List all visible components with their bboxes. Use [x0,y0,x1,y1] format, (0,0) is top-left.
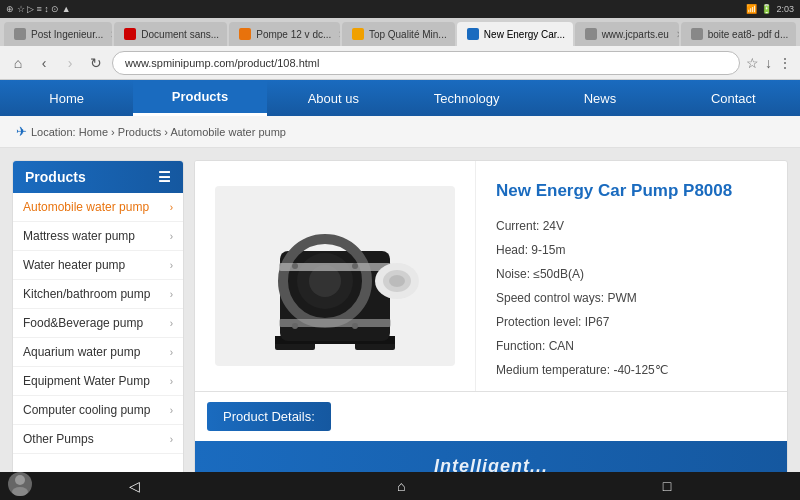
status-bar: ⊕ ☆ ▷ ≡ ↕ ⊙ ▲ 📶 🔋 2:03 [0,0,800,18]
sidebar-item-water-heater[interactable]: Water heater pump › [13,251,183,280]
star-icon[interactable]: ☆ [746,55,759,71]
chevron-icon-3: › [170,289,173,300]
tab-6-favicon [691,28,703,40]
chevron-icon-2: › [170,260,173,271]
nav-news[interactable]: News [533,80,666,116]
tab-1-close[interactable]: ✕ [226,29,227,40]
sidebar-item-kitchen[interactable]: Kitchen/bathroom pump › [13,280,183,309]
menu-icon[interactable]: ⋮ [778,55,792,71]
main-content: Products ☰ Automobile water pump › Mattr… [0,148,800,500]
address-icons: ☆ ↓ ⋮ [746,55,792,71]
spec-3: Speed control ways: PWM [496,289,767,307]
reload-button[interactable]: ↻ [86,53,106,73]
nav-products[interactable]: Products [133,80,266,116]
recents-button[interactable]: □ [663,478,671,494]
sidebar-title: Products [25,169,86,185]
tab-1-favicon [124,28,136,40]
tab-2-favicon [239,28,251,40]
sidebar: Products ☰ Automobile water pump › Mattr… [12,160,184,492]
tab-5-close[interactable]: ✕ [676,29,679,40]
home-nav-button[interactable]: ⌂ [8,53,28,73]
nav-contact[interactable]: Contact [667,80,800,116]
nav-about[interactable]: About us [267,80,400,116]
svg-point-11 [389,275,405,287]
breadcrumb: ✈ Location: Home › Products › Automobile… [0,116,800,148]
svg-point-15 [352,323,358,329]
breadcrumb-text: Location: Home › Products › Automobile w… [31,126,286,138]
svg-point-13 [352,263,358,269]
address-bar: ⌂ ‹ › ↻ www.spminipump.com/product/108.h… [0,46,800,80]
url-bar[interactable]: www.spminipump.com/product/108.html [112,51,740,75]
product-image-area [195,161,475,391]
sidebar-header: Products ☰ [13,161,183,193]
chevron-icon-5: › [170,347,173,358]
tab-5-favicon [585,28,597,40]
sidebar-item-food[interactable]: Food&Beverage pump › [13,309,183,338]
tab-0-close[interactable]: ✕ [110,29,112,40]
tab-4[interactable]: New Energy Car... ✕ [457,22,573,46]
sidebar-item-other[interactable]: Other Pumps › [13,425,183,454]
spec-2: Noise: ≤50dB(A) [496,265,767,283]
tab-0-favicon [14,28,26,40]
chevron-icon-4: › [170,318,173,329]
svg-point-14 [292,323,298,329]
sidebar-item-computer[interactable]: Computer cooling pump › [13,396,183,425]
sidebar-item-automobile[interactable]: Automobile water pump › [13,193,183,222]
product-area: New Energy Car Pump P8008 Current: 24V H… [194,160,788,492]
spec-6: Medium temperature: -40-125℃ [496,361,767,379]
spec-4: Protection level: IP67 [496,313,767,331]
product-title: New Energy Car Pump P8008 [496,181,767,201]
status-bar-left: ⊕ ☆ ▷ ≡ ↕ ⊙ ▲ [6,4,71,14]
svg-point-17 [12,487,28,496]
product-details-bar: Product Details: [195,391,787,441]
chevron-icon-1: › [170,231,173,242]
download-icon[interactable]: ↓ [765,55,772,71]
nav-technology[interactable]: Technology [400,80,533,116]
tab-bar: Post Ingenieur... ✕ Document sans... ✕ P… [0,18,800,46]
spec-0-label: Current: [496,219,543,233]
forward-button[interactable]: › [60,53,80,73]
tab-5[interactable]: www.jcparts.eu ✕ [575,22,679,46]
spec-3-label: Speed control ways: [496,291,607,305]
spec-5: Function: CAN [496,337,767,355]
product-info: New Energy Car Pump P8008 Current: 24V H… [475,161,787,391]
tab-3-favicon [352,28,364,40]
status-bar-right: 📶 🔋 2:03 [746,4,794,14]
tab-3-close[interactable]: ✕ [454,29,455,40]
tab-4-favicon [467,28,479,40]
tab-6[interactable]: boite eat8- pdf d... ✕ [681,22,796,46]
back-button[interactable]: ‹ [34,53,54,73]
tab-3[interactable]: Top Qualité Min... ✕ [342,22,455,46]
svg-point-16 [15,475,25,485]
tab-4-close[interactable]: ✕ [572,29,573,40]
chevron-icon-7: › [170,405,173,416]
spec-0: Current: 24V [496,217,767,235]
sidebar-item-aquarium[interactable]: Aquarium water pump › [13,338,183,367]
battery-icon: 🔋 [761,4,772,14]
chevron-icon-0: › [170,202,173,213]
product-top: New Energy Car Pump P8008 Current: 24V H… [195,161,787,391]
breadcrumb-icon: ✈ [16,124,27,139]
nav-home[interactable]: Home [0,80,133,116]
chevron-icon-8: › [170,434,173,445]
status-icons: ⊕ ☆ ▷ ≡ ↕ ⊙ ▲ [6,4,71,14]
time-display: 2:03 [776,4,794,14]
sidebar-item-equipment[interactable]: Equipment Water Pump › [13,367,183,396]
tab-2-close[interactable]: ✕ [338,29,340,40]
spec-6-label: Medium temperature: [496,363,613,377]
spec-4-label: Protection level: [496,315,585,329]
svg-point-12 [292,263,298,269]
home-bottom-button[interactable]: ⌂ [397,478,405,494]
spec-2-label: Noise: [496,267,533,281]
sidebar-item-mattress[interactable]: Mattress water pump › [13,222,183,251]
spec-1: Head: 9-15m [496,241,767,259]
tab-6-close[interactable]: ✕ [795,29,796,40]
product-details-button[interactable]: Product Details: [207,402,331,431]
nav-menu: Home Products About us Technology News C… [0,80,800,116]
chevron-icon-6: › [170,376,173,387]
bottom-bar: ◁ ⌂ □ [0,472,800,500]
tab-1[interactable]: Document sans... ✕ [114,22,227,46]
back-bottom-button[interactable]: ◁ [129,478,140,494]
tab-0[interactable]: Post Ingenieur... ✕ [4,22,112,46]
tab-2[interactable]: Pompe 12 v dc... ✕ [229,22,340,46]
